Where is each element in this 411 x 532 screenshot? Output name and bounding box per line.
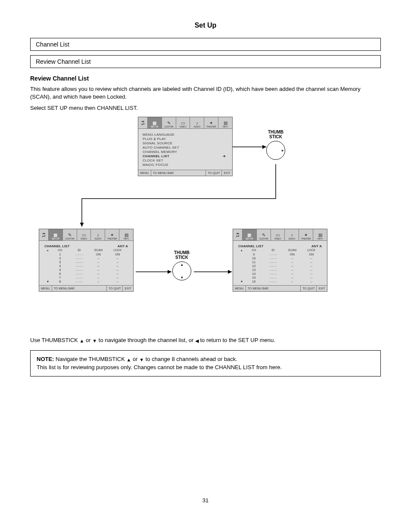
menu-item: CLOCK SET	[143, 159, 228, 162]
triangle-right-icon: ▸	[282, 148, 284, 152]
table-row: ▾8- - - -----	[44, 280, 129, 283]
table-row: 4- - - -----	[44, 264, 129, 268]
tab-video: ▭VIDEO	[77, 229, 91, 240]
table-row: 9- - - -ONON	[237, 252, 323, 256]
menu-item: CHANNEL LIST➜	[143, 154, 228, 158]
osd-setup-menu: ◂▸▴▾ ▦SET UP ✎CUSTOM ▭VIDEO ♪AUDIO ✦THEA…	[138, 117, 233, 176]
table-row: 2- - - -----	[44, 256, 129, 260]
table-row: 5- - - -----	[44, 268, 129, 272]
tab-audio: ♪AUDIO	[190, 117, 204, 128]
page-title: Set Up	[30, 22, 381, 29]
menu-item: MAGIC FOCUS	[143, 163, 228, 167]
tab-info: ▤INFO	[313, 229, 327, 240]
tab-theater: ✦THEATER	[105, 229, 119, 240]
footer-menu: MENU	[39, 286, 52, 291]
scroll-up-icon: ▴	[239, 249, 244, 252]
table-row: 10- - - -----	[237, 256, 323, 260]
list-title: CHANNEL LIST	[238, 244, 264, 248]
menu-item: CHANNEL MEMORY	[143, 150, 228, 154]
list-antenna: ANT A	[311, 244, 322, 248]
tab-info: ▤INFO	[218, 117, 232, 128]
tab-theater: ✦THEATER	[299, 229, 313, 240]
flow-diagram: ◂▸▴▾ ▦SET UP ✎CUSTOM ▭VIDEO ♪AUDIO ✦THEA…	[30, 117, 381, 332]
triangle-left-icon: ◀	[195, 338, 199, 344]
tab-custom: ✎CUSTOM	[162, 117, 176, 128]
triangle-up-icon: ▲	[127, 356, 131, 364]
footer-menu: MENU	[233, 286, 246, 291]
nav-arrows-icon: ◂▸▴▾	[233, 229, 243, 240]
menu-item: MENU LANGUAGE	[143, 133, 228, 137]
table-row: 13- - - -----	[237, 268, 323, 272]
tab-custom: ✎CUSTOM	[257, 229, 271, 240]
footer-to-menu-bar: TO MENU BAR	[151, 170, 206, 176]
table-row: 6- - - -----	[44, 272, 129, 276]
triangle-down-icon: ▼	[92, 338, 97, 344]
triangle-down-icon: ▼	[139, 356, 144, 364]
tab-info: ▤INFO	[119, 229, 133, 240]
table-row: 14- - - -----	[237, 272, 323, 276]
step-2: Use THUMBSTICK ▲ or ▼ to navigate throug…	[30, 336, 381, 344]
footer-menu: MENU	[138, 170, 151, 176]
tab-audio: ♪AUDIO	[91, 229, 105, 240]
table-row: 1- - - -ONON	[44, 252, 129, 256]
thumbstick-right: THUMB STICK ▸	[266, 130, 285, 160]
table-row: ▾16- - - -----	[237, 280, 323, 283]
tab-setup: ▦SET UP	[148, 117, 162, 128]
menu-item: SIGNAL SOURCE	[143, 141, 228, 145]
list-antenna: ANT A	[118, 244, 128, 248]
footer-to-menu-bar: TO MENU BAR	[246, 286, 301, 291]
table-row: 12- - - -----	[237, 264, 323, 268]
osd-channel-list-1: ◂▸▴▾ ▦SET UP ✎CUSTOM ▭VIDEO ♪AUDIO ✦THEA…	[39, 229, 134, 292]
tab-video: ▭VIDEO	[271, 229, 285, 240]
menu-item: PLUG & PLAY	[143, 137, 228, 141]
tab-video: ▭VIDEO	[176, 117, 190, 128]
footer-to-quit: TO QUIT	[206, 170, 222, 176]
footer-to-quit: TO QUIT	[301, 286, 317, 291]
nav-arrows-icon: ◂▸▴▾	[138, 117, 148, 128]
table-row: 3- - - -----	[44, 260, 129, 264]
triangle-up-icon: ▲	[80, 338, 84, 344]
footer-exit: EXIT	[317, 286, 327, 291]
section-heading-1: Channel List	[30, 38, 381, 51]
tab-setup: ▦SET UP	[49, 229, 63, 240]
thumbstick-updown: THUMB STICK ▴ ▾	[172, 250, 191, 280]
triangle-up-icon: ▴	[181, 262, 183, 267]
tab-setup: ▦SET UP	[243, 229, 257, 240]
tab-audio: ♪AUDIO	[285, 229, 299, 240]
note-box: NOTE: Navigate the THUMBSTICK ▲ or ▼ to …	[30, 350, 381, 376]
table-row: 11- - - -----	[237, 260, 323, 264]
triangle-down-icon: ▾	[181, 275, 183, 280]
menu-item: AUTO CHANNEL SET	[143, 146, 228, 149]
tab-theater: ✦THEATER	[204, 117, 218, 128]
step-1: Select SET UP menu then CHANNEL LIST.	[30, 104, 381, 112]
osd-channel-list-2: ◂▸▴▾ ▦SET UP ✎CUSTOM ▭VIDEO ♪AUDIO ✦THEA…	[233, 229, 327, 292]
footer-to-menu-bar: TO MENU BAR	[52, 286, 107, 291]
footer-exit: EXIT	[123, 286, 133, 291]
section-heading-2: Review Channel List	[30, 55, 381, 68]
table-row: 7- - - -----	[44, 276, 129, 280]
list-title: CHANNEL LIST	[44, 244, 70, 248]
page-number: 31	[30, 497, 381, 504]
footer-to-quit: TO QUIT	[107, 286, 123, 291]
intro-text: This feature allows you to review which …	[30, 85, 381, 101]
footer-exit: EXIT	[222, 170, 232, 176]
scroll-up-icon: ▴	[45, 249, 50, 252]
nav-arrows-icon: ◂▸▴▾	[39, 229, 49, 240]
table-row: 15- - - -----	[237, 276, 323, 280]
review-subhead: Review Channel List	[30, 75, 381, 82]
tab-custom: ✎CUSTOM	[63, 229, 77, 240]
